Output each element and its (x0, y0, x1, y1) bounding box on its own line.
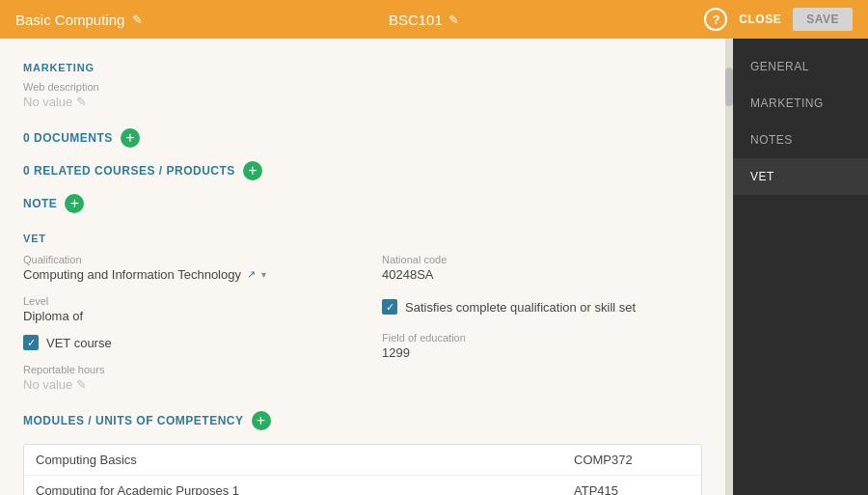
qualification-value: Computing and Information Technology ↗ ▾ (23, 267, 343, 282)
web-description-value: No value ✎ (23, 95, 702, 109)
satisfies-label: Satisfies complete qualification or skil… (405, 300, 636, 315)
vet-label: VET (23, 233, 702, 244)
header-center: BSC101 ✎ (389, 12, 459, 28)
national-code-label: National code (382, 254, 702, 265)
reportable-edit-icon[interactable]: ✎ (76, 377, 87, 392)
vet-grid: Qualification Computing and Information … (23, 254, 702, 392)
note-label: NOTE (23, 197, 57, 210)
course-code: BSC101 (389, 12, 443, 28)
modules-table: Computing Basics COMP372 Computing for A… (23, 444, 702, 495)
reportable-hours-label: Reportable hours (23, 364, 343, 375)
marketing-label: MARKETING (23, 62, 702, 73)
sidebar-item-marketing[interactable]: MARKETING (733, 85, 868, 122)
close-button[interactable]: CLOSE (739, 13, 781, 26)
vet-left: Qualification Computing and Information … (23, 254, 343, 392)
web-description-edit-icon[interactable]: ✎ (76, 95, 87, 109)
level-value: Diploma of (23, 309, 343, 323)
add-document-button[interactable]: + (121, 128, 140, 148)
modules-section: MODULES / UNITS OF COMPETENCY + Computin… (23, 411, 702, 495)
sidebar-item-general[interactable]: GENERAL (733, 48, 868, 85)
module-row-1: Computing for Academic Purposes 1 ATP415 (24, 476, 701, 495)
module-code-0: COMP372 (574, 453, 690, 467)
related-courses-label: 0 RELATED COURSES / PRODUCTS (23, 164, 235, 178)
module-row-0: Computing Basics COMP372 (24, 445, 701, 476)
qualification-label: Qualification (23, 254, 343, 265)
field-of-education-label: Field of education (382, 332, 702, 344)
header-left: Basic Computing ✎ (15, 12, 143, 28)
documents-label: 0 DOCUMENTS (23, 131, 113, 145)
qualification-dropdown-icon[interactable]: ▾ (261, 269, 266, 280)
sidebar-item-vet[interactable]: VET (733, 158, 868, 195)
add-note-button[interactable]: + (65, 194, 84, 213)
note-row: NOTE + (23, 194, 702, 213)
level-label: Level (23, 295, 343, 307)
module-name-0: Computing Basics (36, 453, 574, 467)
add-module-button[interactable]: + (252, 411, 271, 430)
marketing-section: MARKETING Web description No value ✎ (23, 62, 702, 109)
scrollbar-track[interactable] (725, 39, 733, 495)
modules-header-row: MODULES / UNITS OF COMPETENCY + (23, 411, 702, 430)
vet-course-label: VET course (46, 336, 112, 350)
sidebar: GENERAL MARKETING NOTES VET (733, 39, 868, 495)
satisfies-checkbox[interactable]: ✓ (382, 299, 397, 315)
field-of-education-value: 1299 (382, 345, 702, 360)
add-related-course-button[interactable]: + (243, 161, 262, 180)
save-button[interactable]: SAVE (793, 8, 853, 31)
main-layout: MARKETING Web description No value ✎ 0 D… (0, 39, 868, 495)
title-edit-icon[interactable]: ✎ (132, 13, 143, 27)
header-actions: ? CLOSE SAVE (704, 8, 853, 31)
help-button[interactable]: ? (704, 8, 727, 31)
module-code-1: ATP415 (574, 483, 690, 495)
content-area: MARKETING Web description No value ✎ 0 D… (0, 39, 725, 495)
app-header: Basic Computing ✎ BSC101 ✎ ? CLOSE SAVE (0, 0, 868, 39)
page-title: Basic Computing (15, 12, 124, 28)
web-description-label: Web description (23, 81, 702, 93)
code-edit-icon[interactable]: ✎ (448, 13, 459, 27)
national-code-value: 40248SA (382, 267, 702, 282)
vet-course-row: ✓ VET course (23, 335, 343, 350)
related-courses-row: 0 RELATED COURSES / PRODUCTS + (23, 161, 702, 180)
documents-row: 0 DOCUMENTS + (23, 128, 702, 148)
vet-section: VET Qualification Computing and Informat… (23, 233, 702, 392)
reportable-hours-value: No value ✎ (23, 377, 343, 392)
sidebar-item-notes[interactable]: NOTES (733, 122, 868, 158)
qualification-link-icon[interactable]: ↗ (247, 268, 256, 281)
scrollbar-thumb[interactable] (725, 68, 733, 106)
modules-label: MODULES / UNITS OF COMPETENCY (23, 414, 244, 427)
vet-course-checkbox[interactable]: ✓ (23, 335, 39, 350)
module-name-1: Computing for Academic Purposes 1 (36, 483, 574, 495)
vet-right: National code 40248SA ✓ Satisfies comple… (382, 254, 702, 392)
